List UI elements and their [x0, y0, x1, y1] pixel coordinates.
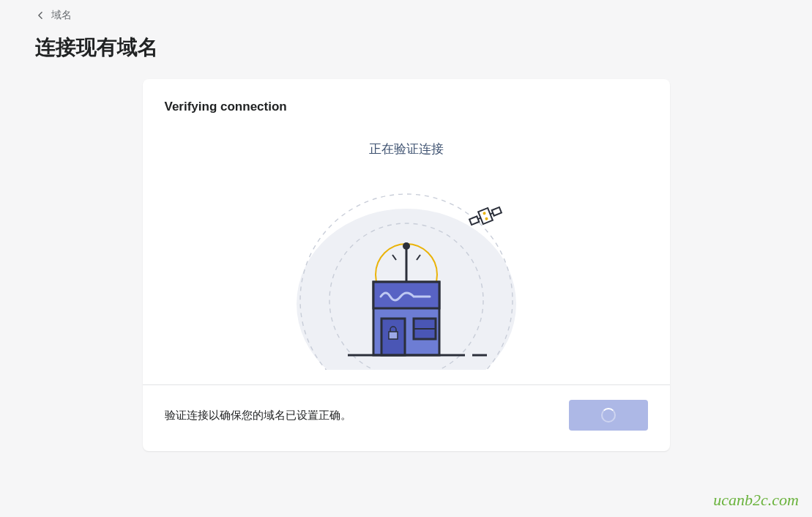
watermark-text: ucanb2c.com	[713, 491, 799, 510]
breadcrumb-label: 域名	[51, 9, 72, 22]
svg-rect-19	[389, 332, 398, 339]
svg-rect-6	[469, 216, 479, 225]
svg-rect-7	[491, 207, 501, 216]
svg-rect-3	[478, 208, 493, 224]
svg-line-9	[490, 213, 493, 214]
page-title: 连接现有域名	[35, 34, 777, 62]
connection-illustration	[165, 172, 648, 370]
verify-button-loading[interactable]	[569, 400, 648, 431]
status-text: 正在验证连接	[165, 141, 648, 157]
verification-card: Verifying connection 正在验证连接	[143, 79, 670, 451]
footer-instruction-text: 验证连接以确保您的域名已设置正确。	[165, 409, 351, 423]
card-title: Verifying connection	[165, 100, 648, 114]
svg-line-8	[477, 218, 480, 219]
shop-satellite-illustration	[260, 172, 553, 370]
spinner-icon	[601, 408, 616, 423]
chevron-left-icon	[35, 10, 45, 21]
svg-point-12	[403, 242, 410, 250]
breadcrumb-back[interactable]: 域名	[35, 9, 777, 22]
